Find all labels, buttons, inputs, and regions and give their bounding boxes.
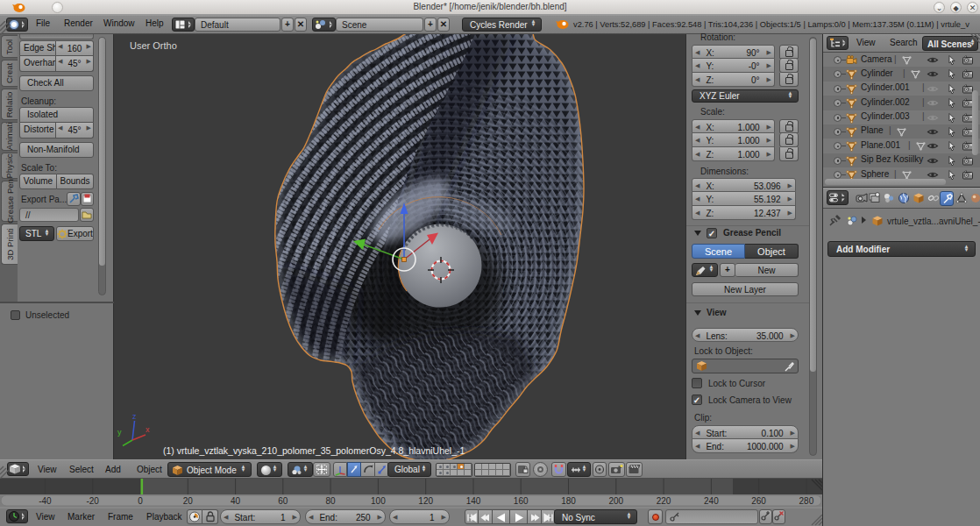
svg-text:y: y [117,428,122,437]
svg-text:User Ortho: User Ortho [130,40,177,51]
svg-text:z: z [132,412,137,421]
svg-text:x: x [146,425,150,434]
svg-text:(1) vrtule_vztlak_vyska_210_po: (1) vrtule_vztlak_vyska_210_polomer_35_p… [163,445,465,456]
